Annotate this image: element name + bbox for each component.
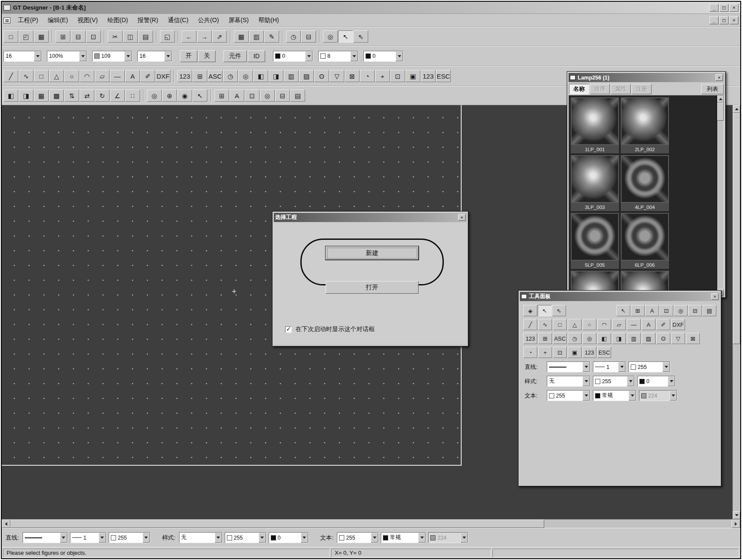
menu-item[interactable]: 绘图(D) xyxy=(103,15,133,26)
menu-item[interactable]: 公共(O) xyxy=(193,15,223,26)
preview-icon[interactable]: ◱ xyxy=(160,30,175,43)
ascii-display-icon[interactable]: ASC xyxy=(553,333,567,344)
vertical-scroll-thumb[interactable] xyxy=(733,113,740,344)
new-screen-icon[interactable]: ⊞ xyxy=(56,30,70,43)
new-project-button[interactable]: 新建 xyxy=(326,246,419,260)
line-width-select[interactable]: 1 xyxy=(593,361,626,372)
pie-graph-icon[interactable]: ◔ xyxy=(360,70,375,82)
esc-panel-icon[interactable]: ESC xyxy=(597,347,611,358)
menu-item[interactable]: 视图(V) xyxy=(73,15,103,26)
comment-display-icon[interactable]: ◎ xyxy=(582,333,596,344)
dropdown-arrow-icon[interactable] xyxy=(582,376,590,386)
open-screen-icon[interactable]: ⊟ xyxy=(71,30,86,43)
foreground-color-select[interactable]: 0 xyxy=(273,51,313,62)
numeric-display-icon[interactable]: 123 xyxy=(177,70,192,82)
show-dialog-checkbox[interactable]: ✓ xyxy=(285,326,292,333)
attribute-number-icon[interactable]: ⊡ xyxy=(245,89,260,102)
polygon-icon[interactable]: △ xyxy=(568,319,582,330)
vertical-scrollbar[interactable] xyxy=(732,105,740,519)
arc-icon[interactable]: ◠ xyxy=(80,70,94,82)
open-file-icon[interactable]: ◰ xyxy=(19,30,33,43)
clock-display-icon[interactable]: ◷ xyxy=(223,70,238,82)
device-grid-icon[interactable]: ⊞ xyxy=(214,89,229,102)
lamp-item[interactable]: 6LP_006 xyxy=(621,213,669,269)
data-list-icon[interactable]: ⊞ xyxy=(538,333,552,344)
library-icon[interactable]: ▤ xyxy=(702,305,716,316)
quadrangle-icon[interactable]: ▱ xyxy=(612,319,626,330)
funnel-icon[interactable]: ▽ xyxy=(671,333,685,344)
panel-kill-icon[interactable]: ⊠ xyxy=(686,333,700,344)
dropdown-arrow-icon[interactable] xyxy=(662,362,670,372)
palette-tab[interactable]: 排序 xyxy=(590,84,610,94)
dropdown-arrow-icon[interactable] xyxy=(124,51,132,61)
copy-icon[interactable]: ◫ xyxy=(123,30,138,43)
comment-display-icon[interactable]: ◎ xyxy=(238,70,253,82)
forward-icon[interactable]: → xyxy=(197,30,212,43)
zoom-select[interactable]: 100% xyxy=(47,51,87,62)
rectangle-icon[interactable]: □ xyxy=(34,70,49,82)
template-icon[interactable]: ⊟ xyxy=(688,305,702,316)
dropdown-arrow-icon[interactable] xyxy=(668,376,675,386)
horizontal-scrollbar[interactable] xyxy=(2,519,740,528)
background-color-select[interactable]: 8 xyxy=(318,51,358,62)
palette-close-button[interactable]: × xyxy=(715,74,723,81)
circle-icon[interactable]: ○ xyxy=(582,319,596,330)
pie-graph-icon[interactable]: ◔ xyxy=(523,347,537,358)
polyline-icon[interactable]: ∿ xyxy=(19,70,33,82)
list-view-button[interactable]: 列表 xyxy=(701,84,724,94)
dropdown-arrow-icon[interactable] xyxy=(259,533,266,543)
tool-panel-title-bar[interactable]: 工具面板 × xyxy=(520,292,720,301)
minimize-button[interactable]: _ xyxy=(709,4,719,12)
panel-icon[interactable]: ⊡ xyxy=(390,70,405,82)
zoom-area-icon[interactable]: ◎ xyxy=(147,89,162,102)
touch-key-icon[interactable]: ▥ xyxy=(284,70,299,82)
arc-icon[interactable]: ◠ xyxy=(597,319,611,330)
device-list-icon[interactable]: ▦ xyxy=(234,30,249,43)
stamp-icon[interactable]: ✐ xyxy=(656,319,670,330)
dxf-import-icon[interactable]: DXF xyxy=(671,319,685,330)
scroll-up-icon[interactable] xyxy=(717,96,724,103)
ascii-display-icon[interactable]: ASC xyxy=(208,70,223,82)
lamp-off-button[interactable]: 关 xyxy=(198,50,216,62)
lamp-item[interactable]: 5LP_005 xyxy=(571,213,619,269)
copy-screen-icon[interactable]: ⊡ xyxy=(86,30,101,43)
text-style-select[interactable]: 常规 xyxy=(593,390,636,401)
numeric-display-icon[interactable]: 123 xyxy=(523,333,537,344)
dxf-import-icon[interactable]: DXF xyxy=(156,70,170,82)
flip-horizontal-icon[interactable]: ⇄ xyxy=(80,89,94,102)
dropdown-arrow-icon[interactable] xyxy=(618,362,626,372)
circle-icon[interactable]: ○ xyxy=(64,70,79,82)
lamp-icon[interactable]: ʘ xyxy=(314,70,329,82)
lamp-icon[interactable]: ʘ xyxy=(656,333,670,344)
scroll-down-icon[interactable] xyxy=(733,511,740,519)
select-icon[interactable]: ↖ xyxy=(538,305,552,316)
send-to-back-icon[interactable]: ◧ xyxy=(3,89,18,102)
style-background-select[interactable]: 0 xyxy=(637,376,675,387)
line-width-select[interactable]: 1 xyxy=(70,532,106,543)
esc-panel-icon[interactable]: ESC xyxy=(436,70,451,82)
panel-icon[interactable]: ⊡ xyxy=(553,347,567,358)
dropdown-arrow-icon[interactable] xyxy=(371,533,378,543)
statistics-graph-icon[interactable]: ▨ xyxy=(299,70,314,82)
dropdown-arrow-icon[interactable] xyxy=(143,533,150,543)
stamp-icon[interactable]: ✐ xyxy=(140,70,155,82)
lamp-on-button[interactable]: 开 xyxy=(180,50,197,62)
auxiliary-color-select[interactable]: 0 xyxy=(363,51,403,62)
menu-item[interactable]: 屏幕(S) xyxy=(224,15,254,26)
text-background-select[interactable]: 224 xyxy=(639,390,677,401)
menu-item[interactable]: 通信(C) xyxy=(163,15,193,26)
mdi-close-button[interactable]: × xyxy=(729,17,739,24)
zoom-in-icon[interactable]: ⊕ xyxy=(162,89,177,102)
screen-jump-icon[interactable]: ⇗ xyxy=(212,30,227,43)
palette-scroll-thumb[interactable] xyxy=(717,103,724,121)
bring-to-front-icon[interactable]: ◨ xyxy=(19,89,33,102)
text-color-select[interactable]: 255 xyxy=(337,532,379,543)
device-grid-icon[interactable]: ⊞ xyxy=(631,305,645,316)
lamp-item[interactable]: 4LP_004 xyxy=(621,155,669,211)
palette-tab[interactable]: 名称 xyxy=(569,84,589,94)
dropdown-arrow-icon[interactable] xyxy=(460,533,468,543)
back-icon[interactable]: ← xyxy=(182,30,196,43)
paste-icon[interactable]: ▤ xyxy=(138,30,153,43)
attribute-search-icon[interactable]: ◎ xyxy=(260,89,275,102)
menu-item[interactable]: 报警(R) xyxy=(133,15,163,26)
